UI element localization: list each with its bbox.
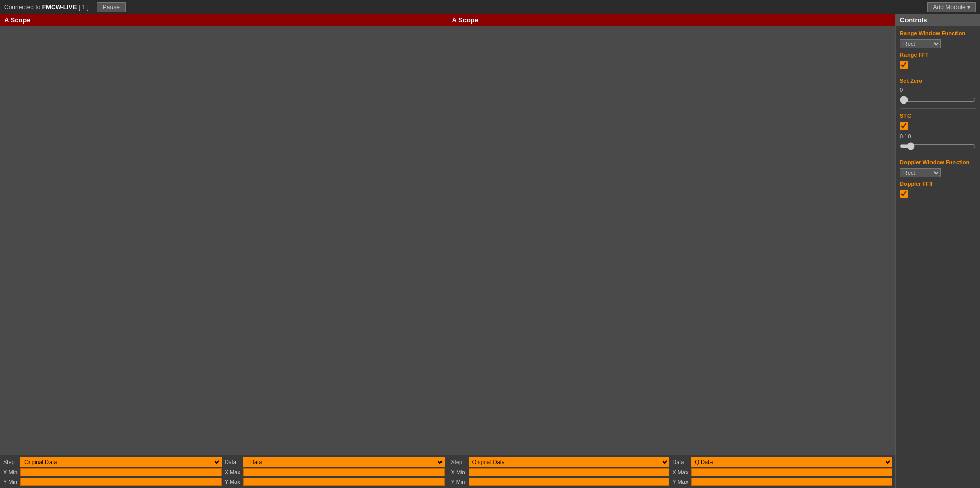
scope2-xmin-label: X Min (451, 469, 465, 475)
scope1-ymax-label: Y Max (225, 479, 240, 485)
stc-value: 0.10 (900, 133, 976, 139)
scope2-data-label: Data (672, 459, 688, 465)
doppler-window-label: Doppler Window Function (900, 159, 976, 165)
scope1-bottom: Step Original Data Data I Data X Min X M… (0, 455, 448, 488)
scope1-data-label: Data (225, 459, 240, 465)
range-window-select[interactable]: Rect (900, 39, 941, 48)
topbar: Connected to FMCW-LIVE [ 1 ] Pause Add M… (0, 0, 980, 14)
scope1-ymin-label: Y Min (3, 479, 17, 485)
add-module-button[interactable]: Add Module ▾ (927, 2, 976, 12)
scope2-ymax-label: Y Max (672, 479, 688, 485)
scope1-chart (0, 26, 448, 455)
divider3 (900, 155, 976, 155)
scope1-xmin-label: X Min (3, 469, 17, 475)
scope1-ymax-input[interactable] (243, 478, 445, 486)
scope2-ymin-label: Y Min (451, 479, 465, 485)
scope1-xmax-input[interactable] (243, 468, 445, 476)
doppler-fft-label: Doppler FFT (900, 181, 976, 187)
scope2-xmax-label: X Max (672, 469, 688, 475)
scope2-panel: A Scope Step Original Data Data Q Data X… (448, 14, 896, 488)
stc-label: STC (900, 113, 976, 119)
range-fft-checkbox[interactable] (900, 61, 908, 69)
set-zero-slider[interactable] (900, 96, 976, 104)
scope1-step-select[interactable]: Original Data (20, 457, 222, 467)
scope2-xmin-input[interactable] (469, 468, 670, 476)
scope2-title: A Scope (448, 14, 896, 26)
scope1-step-label: Step (3, 459, 17, 465)
range-fft-label: Range FFT (900, 52, 976, 58)
connection-status: Connected to FMCW-LIVE [ 1 ] (4, 4, 89, 11)
set-zero-value: 0 (900, 87, 976, 93)
scope1-xmin-input[interactable] (20, 468, 222, 476)
doppler-fft-checkbox[interactable] (900, 190, 908, 198)
scope1-panel: A Scope Step Original Data Data I Data X… (0, 14, 448, 488)
divider1 (900, 73, 976, 73)
scope1-canvas (0, 26, 153, 102)
scope2-ymax-input[interactable] (691, 478, 892, 486)
controls-panel: Controls Range Window Function Rect Rang… (896, 14, 980, 488)
scope1-data-select[interactable]: I Data (243, 457, 445, 467)
scope1-xmax-label: X Max (225, 469, 240, 475)
scope2-step-label: Step (451, 459, 465, 465)
range-window-label: Range Window Function (900, 30, 976, 36)
scope2-data-select[interactable]: Q Data (691, 457, 892, 467)
doppler-window-select[interactable]: Rect (900, 168, 941, 177)
scope2-canvas (448, 26, 601, 102)
scope2-bottom: Step Original Data Data Q Data X Min X M… (448, 455, 896, 488)
controls-body: Range Window Function Rect Range FFT Set… (896, 26, 980, 202)
set-zero-label: Set Zero (900, 78, 976, 84)
stc-checkbox[interactable] (900, 122, 908, 130)
stc-slider[interactable] (900, 142, 976, 150)
controls-title: Controls (896, 14, 980, 26)
scope2-chart (448, 26, 896, 455)
pause-button[interactable]: Pause (97, 2, 126, 12)
scope2-step-select[interactable]: Original Data (469, 457, 670, 467)
main-area: A Scope Step Original Data Data I Data X… (0, 14, 980, 488)
scope1-ymin-input[interactable] (20, 478, 222, 486)
divider2 (900, 108, 976, 109)
scope2-ymin-input[interactable] (469, 478, 670, 486)
scope2-xmax-input[interactable] (691, 468, 892, 476)
scope1-title: A Scope (0, 14, 448, 26)
